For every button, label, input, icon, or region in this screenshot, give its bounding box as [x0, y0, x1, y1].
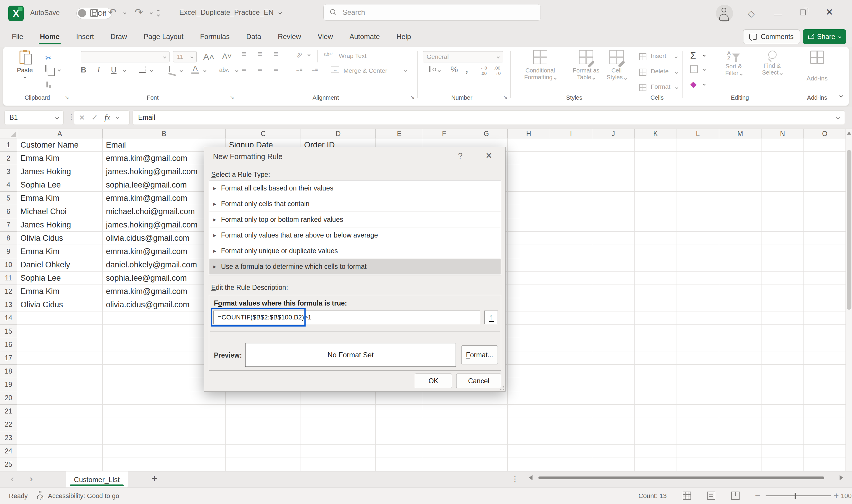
- row-header-8[interactable]: 8: [0, 232, 17, 245]
- cell-B25[interactable]: [103, 458, 226, 471]
- align-left-icon[interactable]: ≡: [242, 65, 246, 74]
- cell-N8[interactable]: [761, 232, 804, 245]
- cell-H1[interactable]: [508, 139, 550, 152]
- cell-A7[interactable]: James Hoking: [17, 218, 103, 232]
- addins-button[interactable]: Add-ins: [801, 51, 833, 82]
- cell-H18[interactable]: [508, 365, 550, 378]
- cell-I6[interactable]: [550, 205, 592, 218]
- cell-M3[interactable]: [719, 165, 761, 178]
- row-header-6[interactable]: 6: [0, 205, 17, 218]
- cell-L11[interactable]: [677, 271, 719, 285]
- cell-N9[interactable]: [761, 245, 804, 258]
- rule-type-item-3[interactable]: ▶Format only top or bottom ranked values: [209, 212, 501, 228]
- add-sheet-button[interactable]: +: [151, 473, 157, 484]
- row-header-12[interactable]: 12: [0, 285, 17, 298]
- cell-K4[interactable]: [635, 178, 677, 192]
- cell-L23[interactable]: [677, 431, 719, 445]
- search-input[interactable]: Search: [323, 4, 541, 21]
- previous-sheet-icon[interactable]: ‹: [11, 473, 14, 484]
- accounting-chevron-icon[interactable]: [438, 69, 441, 72]
- cell-H17[interactable]: [508, 352, 550, 365]
- align-middle-icon[interactable]: ≡: [258, 49, 262, 58]
- increase-font-icon[interactable]: A˄: [203, 52, 215, 62]
- cell-M13[interactable]: [719, 298, 761, 311]
- normal-view-icon[interactable]: [683, 491, 691, 500]
- undo-chevron-icon[interactable]: [123, 12, 126, 15]
- cell-A1[interactable]: Customer Name: [17, 139, 103, 152]
- format-button[interactable]: Format...: [461, 345, 498, 364]
- sort-filter-button[interactable]: AZ Sort &Filter: [716, 51, 751, 77]
- cell-M19[interactable]: [719, 378, 761, 391]
- autosum-chevron-icon[interactable]: [703, 54, 706, 57]
- cell-A5[interactable]: Emma Kim: [17, 192, 103, 205]
- cell-D22[interactable]: [301, 418, 376, 431]
- cell-N17[interactable]: [761, 352, 804, 365]
- row-header-1[interactable]: 1: [0, 139, 17, 152]
- cell-L24[interactable]: [677, 445, 719, 458]
- column-header-C[interactable]: C: [226, 129, 301, 139]
- cell-M12[interactable]: [719, 285, 761, 298]
- cell-I15[interactable]: [550, 325, 592, 338]
- cell-J14[interactable]: [592, 311, 635, 325]
- merge-center-icon[interactable]: ↔: [331, 67, 339, 72]
- cell-N23[interactable]: [761, 431, 804, 445]
- cell-N24[interactable]: [761, 445, 804, 458]
- function-chevron-icon[interactable]: [116, 116, 119, 119]
- dialog-help-button[interactable]: ?: [458, 151, 463, 161]
- cell-I24[interactable]: [550, 445, 592, 458]
- cell-I21[interactable]: [550, 404, 592, 418]
- cell-A12[interactable]: Emma Kim: [17, 285, 103, 298]
- cell-L18[interactable]: [677, 365, 719, 378]
- cell-B21[interactable]: [103, 404, 226, 418]
- font-color-chevron-icon[interactable]: [203, 69, 206, 72]
- cell-M7[interactable]: [719, 218, 761, 232]
- cell-I20[interactable]: [550, 391, 592, 404]
- cell-K5[interactable]: [635, 192, 677, 205]
- cell-M2[interactable]: [719, 152, 761, 165]
- cell-D23[interactable]: [301, 431, 376, 445]
- column-header-G[interactable]: G: [465, 129, 508, 139]
- column-header-M[interactable]: M: [719, 129, 761, 139]
- cell-J18[interactable]: [592, 365, 635, 378]
- cell-H4[interactable]: [508, 178, 550, 192]
- paste-button[interactable]: Paste: [12, 51, 38, 79]
- tab-formulas[interactable]: Formulas: [198, 30, 231, 43]
- vertical-scrollbar[interactable]: [846, 129, 852, 471]
- cell-K16[interactable]: [635, 338, 677, 352]
- cell-L16[interactable]: [677, 338, 719, 352]
- cell-J6[interactable]: [592, 205, 635, 218]
- cell-J11[interactable]: [592, 271, 635, 285]
- comma-icon[interactable]: ,: [465, 63, 468, 74]
- cell-N22[interactable]: [761, 418, 804, 431]
- cell-I22[interactable]: [550, 418, 592, 431]
- cell-F23[interactable]: [423, 431, 465, 445]
- cell-K20[interactable]: [635, 391, 677, 404]
- cell-O16[interactable]: [804, 338, 846, 352]
- row-header-23[interactable]: 23: [0, 431, 17, 445]
- cell-E22[interactable]: [376, 418, 423, 431]
- cell-L7[interactable]: [677, 218, 719, 232]
- cell-N14[interactable]: [761, 311, 804, 325]
- cell-K22[interactable]: [635, 418, 677, 431]
- column-header-L[interactable]: L: [677, 129, 719, 139]
- cell-O22[interactable]: [804, 418, 846, 431]
- format-cells-button[interactable]: Format: [639, 83, 678, 91]
- cell-J17[interactable]: [592, 352, 635, 365]
- row-header-11[interactable]: 11: [0, 271, 17, 285]
- cell-H15[interactable]: [508, 325, 550, 338]
- page-break-view-icon[interactable]: [731, 491, 740, 500]
- cell-I10[interactable]: [550, 258, 592, 271]
- dialog-close-button[interactable]: ×: [486, 149, 492, 162]
- cell-D21[interactable]: [301, 404, 376, 418]
- cell-J25[interactable]: [592, 458, 635, 471]
- cell-H24[interactable]: [508, 445, 550, 458]
- cell-G23[interactable]: [465, 431, 508, 445]
- cell-J12[interactable]: [592, 285, 635, 298]
- cell-M10[interactable]: [719, 258, 761, 271]
- cell-I23[interactable]: [550, 431, 592, 445]
- cut-icon[interactable]: ✂: [45, 54, 52, 63]
- document-title[interactable]: Excel_Duplicate_Practice_EN: [179, 8, 281, 17]
- font-name-combo[interactable]: [81, 51, 169, 62]
- delete-cells-button[interactable]: Delete: [639, 68, 677, 76]
- cell-J4[interactable]: [592, 178, 635, 192]
